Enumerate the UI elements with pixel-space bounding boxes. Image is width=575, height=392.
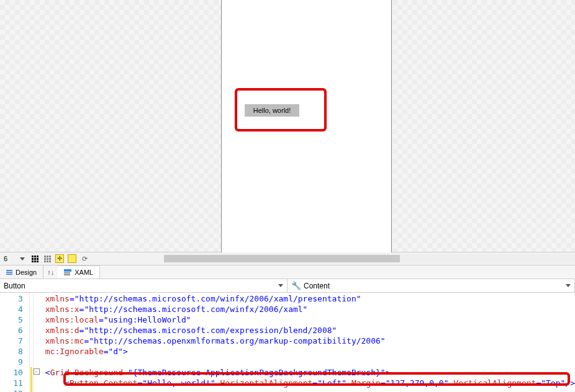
designer-surface[interactable]: Hello, world!	[0, 0, 575, 252]
snap-target-icon[interactable]: ✛	[55, 254, 65, 264]
design-tab-icon	[6, 270, 12, 275]
outlining-margin: -	[34, 293, 42, 392]
code-text[interactable]: xmlns="http://schemas.microsoft.com/winf…	[42, 293, 575, 392]
tab-design[interactable]: Design	[0, 265, 43, 278]
tab-xaml-label: XAML	[75, 269, 93, 276]
tab-design-label: Design	[16, 269, 37, 276]
snap-settings-icon[interactable]	[67, 254, 77, 264]
designer-horizontal-scrollbar-thumb[interactable]	[164, 255, 400, 262]
property-dropdown-value: Content	[304, 282, 330, 290]
wrench-icon: 🔧	[291, 281, 301, 290]
fold-toggle-icon[interactable]: -	[34, 368, 40, 375]
zoom-dropdown-chevron-icon[interactable]	[20, 257, 25, 261]
grid-dense-icon[interactable]	[30, 254, 40, 264]
grid-sparse-icon[interactable]	[42, 254, 52, 264]
xaml-navigator-bar: Button 🔧 Content	[0, 279, 575, 293]
chevron-down-icon	[278, 284, 283, 287]
element-dropdown-value: Button	[4, 282, 25, 290]
artboard[interactable]: Hello, world!	[221, 0, 392, 252]
property-dropdown[interactable]: 🔧 Content	[288, 279, 575, 292]
modified-lines-marker	[30, 367, 32, 392]
refresh-icon[interactable]: ⟳	[79, 254, 89, 264]
design-hello-button[interactable]: Hello, world!	[245, 104, 299, 117]
xaml-code-editor[interactable]: 3 4 5 6 7 8 9 10 11 12 - xmlns="http://s…	[0, 293, 575, 392]
zoom-level[interactable]: 6	[2, 255, 17, 262]
element-dropdown[interactable]: Button	[0, 279, 288, 292]
designer-horizontal-scrollbar[interactable]	[164, 254, 575, 264]
designer-code-tabs: Design ↑↓ XAML	[0, 265, 575, 279]
swap-panes-icon[interactable]: ↑↓	[43, 269, 58, 276]
chevron-down-icon	[566, 284, 571, 287]
tab-xaml[interactable]: XAML	[58, 265, 100, 278]
line-number-gutter: 3 4 5 6 7 8 9 10 11 12	[0, 293, 30, 392]
xaml-tab-icon	[64, 269, 71, 275]
